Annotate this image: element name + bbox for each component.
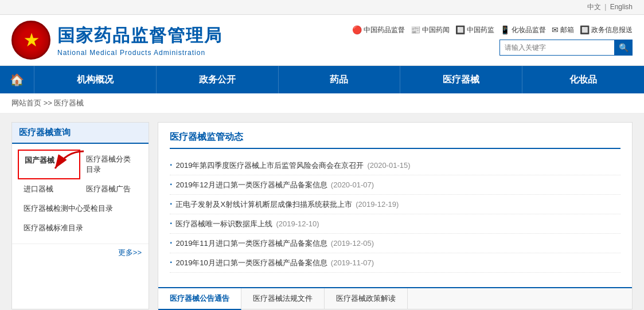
link-gov-info[interactable]: 🔲 政务信息报送 [580,25,633,35]
quick-links-bar: 🔴 中国药品监督 📰 中国药闻 🔲 中国药监 📱 化妆品监督 ✉ 邮箱 🔲 [352,25,633,35]
tab-regulations[interactable]: 医疗器械法规文件 [241,288,325,309]
tab-bar: 医疗器械公告通告 医疗器械法规文件 医疗器械政策解读 [158,287,632,309]
arrow-container: 国产器械 医疗器械分类目录 进口器械 医疗器械广告 医疗器械检测中心受检目录 医… [12,144,149,244]
nav-home[interactable]: 🏠 [0,66,34,93]
news-date-5: (2019-12-05) [331,239,374,248]
english-lang-link[interactable]: English [610,3,633,11]
link-label: 中国药监 [467,25,494,35]
nav-medical-devices[interactable]: 医疗器械 [400,66,522,93]
news-link-5[interactable]: 2019年11月进口第一类医疗器械产品备案信息 [175,238,327,249]
link-label: 化妆品监督 [512,25,546,35]
breadcrumb-separator: >> [44,99,54,107]
nav-institution[interactable]: 机构概况 [34,66,157,93]
search-input[interactable] [499,40,614,56]
header-right: 🔴 中国药品监督 📰 中国药闻 🔲 中国药监 📱 化妆品监督 ✉ 邮箱 🔲 [352,25,633,56]
breadcrumb-home[interactable]: 网站首页 [11,99,41,107]
news-item-1: 2019年第四季度医疗器械上市后监管风险会商会在京召开 (2020-01-15) [170,156,620,175]
news-item-5: 2019年11月进口第一类医疗器械产品备案信息 (2019-12-05) [170,234,620,253]
news-date-6: (2019-11-07) [331,258,374,267]
logo-emblem: ★ [11,21,50,60]
link-email[interactable]: ✉ 邮箱 [552,25,574,35]
logo-area: ★ 国家药品监督管理局 National Medical Products Ad… [11,21,223,60]
tab-announcements[interactable]: 医疗器械公告通告 [158,288,241,310]
search-button[interactable]: 🔍 [614,40,633,56]
news-item-4: 医疗器械唯一标识数据库上线 (2019-12-10) [170,214,620,234]
weibo-icon: 🔴 [352,25,362,34]
link-china-drug[interactable]: 🔲 中国药监 [455,25,494,35]
gov-icon: 🔲 [580,25,590,34]
news-item-2: 2019年12月进口第一类医疗器械产品备案信息 (2020-01-07) [170,175,620,195]
content-area: 医疗器械监管动态 2019年第四季度医疗器械上市后监管风险会商会在京召开 (20… [158,122,633,309]
link-label: 中国药品监督 [364,25,405,35]
home-icon: 🏠 [10,73,24,87]
org-name-en: National Medical Products Administration [57,49,223,57]
sidebar-link-standards[interactable]: 医疗器械标准目录 [18,218,143,238]
square-icon: 🔲 [455,25,465,34]
link-label: 中国药闻 [422,25,450,35]
breadcrumb: 网站首页 >> 医疗器械 [0,93,644,113]
search-bar: 🔍 [499,40,633,56]
red-arrow-indicator [44,148,89,177]
news-date-3: (2019-12-19) [356,200,399,209]
tab-policy-interpretation[interactable]: 医疗器械政策解读 [325,288,408,309]
sidebar-link-classification[interactable]: 医疗器械分类目录 [80,150,143,179]
section-title: 医疗器械监管动态 [170,131,620,149]
main-nav: 🏠 机构概况 政务公开 药品 医疗器械 化妆品 [0,66,644,93]
sidebar: 医疗器械查询 国产器械 医疗器械分类目录 进口器械 医疗器械广告 医疗器械检测中… [11,122,149,309]
link-drug-news[interactable]: 📰 中国药闻 [411,25,450,35]
news-section: 医疗器械监管动态 2019年第四季度医疗器械上市后监管风险会商会在京召开 (20… [158,123,632,281]
sidebar-link-advertising[interactable]: 医疗器械广告 [80,179,143,199]
language-bar: 中文 | English [0,0,644,15]
chinese-lang-link[interactable]: 中文 [587,3,601,11]
news-date-1: (2020-01-15) [367,161,410,170]
logo-text: 国家药品监督管理局 National Medical Products Admi… [57,24,223,57]
sidebar-more-link[interactable]: 更多>> [12,244,149,261]
main-content: 医疗器械查询 国产器械 医疗器械分类目录 进口器械 医疗器械广告 医疗器械检测中… [0,113,644,310]
news-date-4: (2019-12-10) [276,219,319,228]
sidebar-link-testing-center[interactable]: 医疗器械检测中心受检目录 [18,199,143,218]
sidebar-link-imported-devices[interactable]: 进口器械 [18,179,80,199]
page-header: ★ 国家药品监督管理局 National Medical Products Ad… [0,15,644,66]
news-list: 2019年第四季度医疗器械上市后监管风险会商会在京召开 (2020-01-15)… [170,156,620,273]
link-cosmetic[interactable]: 📱 化妆品监督 [500,25,546,35]
news-item-3: 正电子发射及X射线计算机断层成像扫描系统获批上市 (2019-12-19) [170,195,620,214]
nav-government[interactable]: 政务公开 [157,66,279,93]
sidebar-title: 医疗器械查询 [12,123,149,144]
news-link-4[interactable]: 医疗器械唯一标识数据库上线 [175,219,272,229]
link-label: 政务信息报送 [591,25,633,35]
news-item-6: 2019年10月进口第一类医疗器械产品备案信息 (2019-11-07) [170,253,620,273]
news-date-2: (2020-01-07) [331,180,374,189]
lang-separator: | [604,3,606,11]
link-label: 邮箱 [560,25,574,35]
news-icon: 📰 [411,25,420,34]
news-link-3[interactable]: 正电子发射及X射线计算机断层成像扫描系统获批上市 [175,199,352,210]
breadcrumb-current: 医疗器械 [54,99,84,107]
org-name-cn: 国家药品监督管理局 [57,24,223,48]
nav-cosmetics[interactable]: 化妆品 [522,66,644,93]
phone-icon: 📱 [500,25,510,34]
email-icon: ✉ [552,25,559,34]
news-link-6[interactable]: 2019年10月进口第一类医疗器械产品备案信息 [175,258,327,268]
nav-drugs[interactable]: 药品 [279,66,401,93]
news-link-2[interactable]: 2019年12月进口第一类医疗器械产品备案信息 [175,180,327,190]
link-nmpa-drug[interactable]: 🔴 中国药品监督 [352,25,405,35]
news-link-1[interactable]: 2019年第四季度医疗器械上市后监管风险会商会在京召开 [175,160,364,171]
